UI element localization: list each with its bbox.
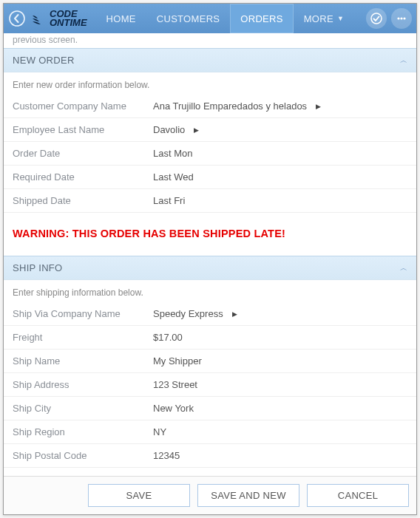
field-employee-last-name[interactable]: Employee Last Name Davolio ▶ [4, 118, 416, 142]
content-scroll[interactable]: previous screen. NEW ORDER ︿ Enter new o… [4, 33, 416, 476]
footer-bar: SAVE SAVE AND NEW CANCEL [4, 476, 416, 514]
late-shipment-warning: WARNING: THIS ORDER HAS BEEN SHIPPED LAT… [4, 213, 416, 256]
section-header-ship-info[interactable]: SHIP INFO ︿ [4, 256, 416, 280]
field-value: 12345 [153, 450, 180, 461]
chevron-up-icon: ︿ [400, 55, 407, 66]
field-value: Last Mon [153, 148, 192, 159]
field-freight[interactable]: Freight $17.00 [4, 326, 416, 350]
nav-home[interactable]: HOME [96, 4, 146, 33]
nav-customers[interactable]: CUSTOMERS [146, 4, 231, 33]
nav-more[interactable]: MORE ▼ [294, 4, 354, 33]
field-label: Shipped Date [13, 195, 153, 206]
wing-icon [32, 11, 47, 26]
field-ship-name[interactable]: Ship Name My Shipper [4, 350, 416, 373]
header-actions [366, 8, 412, 29]
field-text: Davolio [153, 124, 185, 135]
field-value: $17.00 [153, 332, 183, 343]
nav-orders[interactable]: ORDERS [230, 4, 293, 33]
field-required-date[interactable]: Required Date Last Wed [4, 166, 416, 189]
svg-point-3 [400, 17, 402, 19]
svg-point-1 [371, 13, 382, 24]
field-ship-region[interactable]: Ship Region NY [4, 420, 416, 444]
field-text: $17.00 [153, 332, 183, 343]
save-button[interactable]: SAVE [88, 484, 190, 507]
field-value: 123 Street [153, 379, 197, 390]
field-label: Ship Postal Code [13, 450, 153, 461]
field-text: Speedy Express [153, 308, 223, 319]
field-ship-postal[interactable]: Ship Postal Code 12345 [4, 444, 416, 468]
field-text: 12345 [153, 450, 180, 461]
field-shipped-date[interactable]: Shipped Date Last Fri [4, 189, 416, 213]
field-text: Last Fri [153, 195, 185, 206]
field-label: Ship Region [13, 426, 153, 437]
field-value: NY [153, 426, 166, 437]
lookup-arrow-icon: ▶ [194, 126, 199, 134]
back-button[interactable] [7, 8, 27, 29]
confirm-button[interactable] [366, 8, 387, 29]
field-text: Last Wed [153, 171, 194, 183]
field-label: Required Date [13, 171, 153, 183]
logo-text-2: ONTIME [50, 18, 87, 27]
field-value: Last Wed [153, 171, 194, 183]
section-help-new-order: Enter new order information below. [4, 72, 416, 95]
chevron-up-icon: ︿ [400, 263, 407, 273]
field-ship-address[interactable]: Ship Address 123 Street [4, 373, 416, 397]
svg-point-4 [403, 17, 405, 19]
back-icon [9, 10, 25, 27]
app-window: CODE ONTIME HOME CUSTOMERS ORDERS MORE ▼ [3, 3, 417, 515]
field-text: Ana Trujillo Emparedados y helados [153, 100, 307, 112]
lookup-arrow-icon: ▶ [232, 310, 237, 318]
field-value: Ana Trujillo Emparedados y helados ▶ [153, 100, 321, 112]
prev-screen-hint: previous screen. [4, 33, 416, 48]
field-text: NY [153, 426, 166, 437]
field-customer-company[interactable]: Customer Company Name Ana Trujillo Empar… [4, 95, 416, 118]
nav-more-label: MORE [304, 13, 333, 24]
section-header-new-order[interactable]: NEW ORDER ︿ [4, 48, 416, 72]
chevron-down-icon: ▼ [337, 15, 344, 22]
field-ship-via[interactable]: Ship Via Company Name Speedy Express ▶ [4, 302, 416, 326]
field-ship-city[interactable]: Ship City New York [4, 397, 416, 420]
field-label: Ship Via Company Name [13, 308, 153, 319]
field-text: New York [153, 403, 194, 414]
check-icon [370, 13, 382, 24]
section-title: SHIP INFO [13, 262, 62, 273]
svg-point-0 [10, 11, 24, 26]
nav: HOME CUSTOMERS ORDERS MORE ▼ [96, 4, 363, 33]
field-value: New York [153, 403, 194, 414]
lookup-arrow-icon: ▶ [316, 103, 321, 110]
field-text: 123 Street [153, 379, 197, 390]
field-label: Ship Name [13, 355, 153, 367]
field-order-date[interactable]: Order Date Last Mon [4, 142, 416, 166]
field-label: Order Date [13, 148, 153, 159]
field-label: Ship Address [13, 379, 153, 390]
svg-point-2 [397, 17, 399, 19]
field-label: Customer Company Name [13, 100, 153, 112]
cancel-button[interactable]: CANCEL [307, 484, 409, 507]
more-icon [396, 13, 407, 24]
field-ship-country[interactable]: Ship Country USA [4, 468, 416, 476]
logo: CODE ONTIME [32, 10, 87, 27]
more-button[interactable] [391, 8, 412, 29]
section-title: NEW ORDER [13, 55, 75, 66]
field-label: Freight [13, 332, 153, 343]
section-help-ship-info: Enter shipping information below. [4, 280, 416, 302]
header-bar: CODE ONTIME HOME CUSTOMERS ORDERS MORE ▼ [4, 4, 416, 33]
field-text: Last Mon [153, 148, 192, 159]
field-label: Ship City [13, 403, 153, 414]
field-value: Davolio ▶ [153, 124, 199, 135]
field-text: My Shipper [153, 355, 202, 367]
save-and-new-button[interactable]: SAVE AND NEW [197, 484, 299, 507]
field-value: My Shipper [153, 355, 202, 367]
field-label: Employee Last Name [13, 124, 153, 135]
field-value: Speedy Express ▶ [153, 308, 237, 319]
field-value: Last Fri [153, 195, 185, 206]
